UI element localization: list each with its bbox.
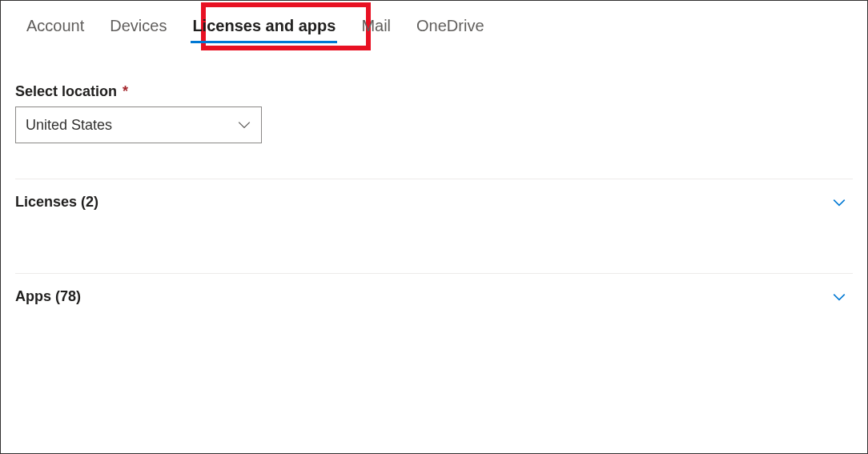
- accordion-title: Apps (78): [15, 288, 81, 305]
- spacer: [15, 225, 853, 273]
- title-text: Apps: [15, 288, 51, 304]
- tab-bar: Account Devices Licenses and apps Mail O…: [1, 1, 867, 43]
- tab-account[interactable]: Account: [25, 17, 86, 43]
- tab-label: OneDrive: [416, 17, 484, 34]
- tab-mail[interactable]: Mail: [360, 17, 392, 43]
- licenses-accordion[interactable]: Licenses (2): [15, 179, 853, 225]
- location-select[interactable]: United States: [15, 106, 262, 143]
- count-text: (2): [81, 194, 98, 210]
- chevron-down-icon: [832, 195, 846, 210]
- apps-accordion[interactable]: Apps (78): [15, 274, 853, 319]
- label-text: Select location: [15, 83, 117, 99]
- select-value: United States: [26, 117, 112, 134]
- tab-label: Devices: [110, 17, 167, 34]
- chevron-down-icon: [832, 290, 846, 304]
- chevron-down-icon: [237, 118, 251, 132]
- tab-onedrive[interactable]: OneDrive: [415, 17, 485, 43]
- accordion-title: Licenses (2): [15, 194, 98, 211]
- required-indicator: *: [123, 83, 128, 99]
- tab-label: Licenses and apps: [192, 17, 336, 34]
- location-label: Select location *: [15, 83, 853, 100]
- panel: Account Devices Licenses and apps Mail O…: [0, 0, 868, 454]
- tab-label: Mail: [361, 17, 391, 34]
- count-text: (78): [55, 288, 81, 304]
- content-area: Select location * United States Licenses…: [1, 43, 867, 319]
- tab-label: Account: [26, 17, 84, 34]
- title-text: Licenses: [15, 194, 77, 210]
- tab-licenses-and-apps[interactable]: Licenses and apps: [191, 17, 337, 43]
- tab-devices[interactable]: Devices: [108, 17, 168, 43]
